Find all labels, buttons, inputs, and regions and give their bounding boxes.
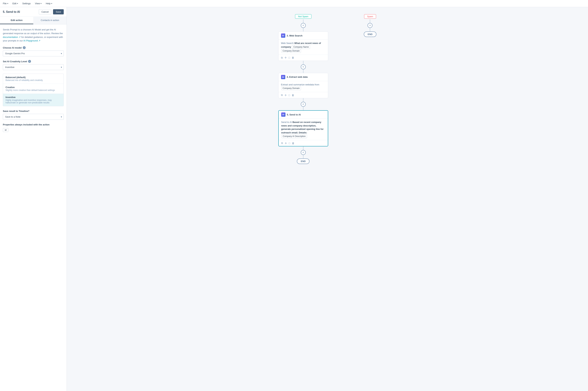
delete-icon[interactable]: 🗑 — [292, 56, 294, 59]
card-body-3: Web Search What are recent news of compa… — [278, 40, 328, 55]
tag-company-name: Company Name — [292, 45, 310, 49]
not-spam-branch: Not Spam + AI 3. Web Search Web Search W… — [278, 14, 328, 164]
add-button-between-4-5[interactable]: + — [301, 102, 306, 107]
not-spam-label: Not Spam — [295, 14, 311, 19]
tag-company-domain-4: Company Domain — [281, 86, 301, 90]
tab-contacts-in-action[interactable]: Contacts in action — [33, 17, 67, 24]
copy-icon[interactable]: ⧉ — [281, 56, 283, 59]
add-button-spam[interactable]: + — [367, 23, 372, 28]
add-button-not-spam[interactable]: + — [301, 23, 306, 28]
creativity-select-wrapper: Inventive ▾ — [3, 64, 64, 70]
end-node-spam: END — [364, 31, 376, 37]
delete-icon-5[interactable]: 🗑 — [292, 142, 294, 145]
chevron-down-icon: ▾ — [17, 2, 18, 4]
duplicate-icon-4[interactable]: □ — [288, 94, 290, 97]
card-header-4: AI 4. Extract web data — [278, 73, 328, 81]
tab-bar: Edit action Contacts in action — [0, 17, 67, 24]
menu-edit[interactable]: Edit ▾ — [12, 2, 18, 5]
card-title-4: 4. Extract web data — [287, 76, 308, 78]
copy-icon-4[interactable]: ⧉ — [281, 94, 283, 97]
connector-line — [370, 19, 370, 23]
ai-icon-5: AI — [281, 112, 285, 117]
save-result-select-wrapper: Save to a Note ▾ — [3, 114, 64, 120]
card-send-to-ai: AI 5. Send to AI Send to AI Based on rec… — [278, 110, 328, 146]
option-inventive[interactable]: Inventive Highly imaginative and inventi… — [3, 94, 64, 106]
connector-line — [303, 61, 303, 64]
properties-section: Properties always included with the acti… — [3, 123, 64, 133]
move-icon-4[interactable]: ✛ — [285, 94, 287, 97]
playground-link[interactable]: AI Playground ↗ — [23, 39, 40, 42]
main-layout: 5. Send to AI Cancel Save Edit action Co… — [0, 7, 588, 391]
panel-actions: Cancel Save — [39, 9, 64, 14]
doc-link[interactable]: documentation ↗ — [3, 36, 21, 38]
ai-icon-4: AI — [281, 75, 285, 79]
delete-icon-4[interactable]: 🗑 — [292, 94, 294, 97]
duplicate-icon[interactable]: □ — [288, 56, 290, 59]
card-web-search: AI 3. Web Search Web Search What are rec… — [278, 31, 328, 61]
card-actions-4: ⧉ ✛ □ 🗑 — [278, 92, 328, 98]
connector-line — [303, 107, 303, 110]
property-tag-id: id — [3, 128, 8, 132]
card-actions-5: ⧉ ✛ □ 🗑 — [279, 140, 328, 146]
panel-title: 5. Send to AI — [3, 10, 20, 13]
properties-label: Properties always included with the acti… — [3, 123, 64, 126]
connector-line — [370, 28, 370, 31]
menu-settings[interactable]: Settings — [22, 2, 31, 5]
card-header-5: AI 5. Send to AI — [279, 111, 328, 119]
spam-label: Spam — [364, 14, 376, 19]
duplicate-icon-5[interactable]: □ — [289, 142, 290, 145]
connector-line — [303, 19, 303, 23]
panel-content: Sends Prompt to a choosen AI Model and g… — [0, 24, 67, 391]
end-node-bottom: END — [297, 159, 310, 164]
add-button-between-3-4[interactable]: + — [301, 64, 306, 69]
card-body-5: Send to AI Based on recent company news … — [279, 119, 328, 140]
option-creative[interactable]: Creative Slightly more creative than def… — [3, 84, 64, 94]
card-title-3: 3. Web Search — [287, 34, 303, 37]
option-balanced[interactable]: Balanced (default) Balanced mix of relia… — [3, 74, 64, 84]
ai-icon-3: AI — [281, 33, 285, 38]
spam-branch: Spam + END — [364, 14, 376, 164]
copy-icon-5[interactable]: ⧉ — [281, 142, 283, 145]
menu-file[interactable]: File ▾ — [3, 2, 8, 5]
description-text: Sends Prompt to a choosen AI Model and g… — [3, 28, 64, 43]
move-icon-5[interactable]: ✛ — [285, 142, 287, 145]
menu-view[interactable]: View ▾ — [35, 2, 41, 5]
card-extract-web-data: AI 4. Extract web data Extract and summa… — [278, 73, 328, 98]
card-title-5: 5. Send to AI — [287, 113, 301, 116]
connector-line — [303, 98, 303, 102]
help-icon-creativity[interactable]: i — [28, 60, 31, 63]
menu-help[interactable]: Help ▾ — [46, 2, 52, 5]
tag-company-domain: Company Domain — [281, 49, 301, 53]
creativity-select[interactable]: Inventive — [3, 64, 64, 70]
tab-edit-action[interactable]: Edit action — [0, 17, 33, 24]
tag-company-ai-desc: Company AI Description — [282, 134, 307, 138]
save-button[interactable]: Save — [53, 9, 64, 14]
ai-model-label: Choose AI model i — [3, 46, 64, 49]
chevron-down-icon: ▾ — [7, 2, 8, 4]
ai-model-select[interactable]: Google Gemini Pro — [3, 51, 64, 56]
save-result-label: Save result to Timeline? — [3, 110, 64, 112]
ai-model-select-wrapper: Google Gemini Pro ▾ — [3, 51, 64, 56]
chevron-down-icon: ▾ — [51, 2, 52, 4]
connector-line — [303, 69, 303, 73]
card-actions-3: ⧉ ✛ □ 🗑 — [278, 55, 328, 61]
card-header-3: AI 3. Web Search — [278, 32, 328, 40]
creativity-label: Set AI Creativity Level i — [3, 60, 64, 63]
connector-line — [303, 146, 303, 150]
add-button-end[interactable]: + — [301, 150, 306, 155]
left-panel: 5. Send to AI Cancel Save Edit action Co… — [0, 7, 67, 391]
properties-tags: id — [3, 127, 64, 133]
connector-line — [303, 28, 303, 31]
save-result-select[interactable]: Save to a Note — [3, 114, 64, 120]
help-icon[interactable]: i — [23, 46, 26, 49]
chevron-down-icon: ▾ — [41, 2, 41, 4]
menubar: File ▾ Edit ▾ Settings View ▾ Help ▾ — [0, 0, 588, 7]
panel-title-row: 5. Send to AI Cancel Save — [0, 7, 67, 17]
creativity-dropdown-options: Balanced (default) Balanced mix of relia… — [3, 74, 64, 106]
connector-line — [303, 155, 303, 159]
move-icon[interactable]: ✛ — [285, 56, 287, 59]
cancel-button[interactable]: Cancel — [39, 9, 51, 14]
canvas: Not Spam + AI 3. Web Search Web Search W… — [67, 7, 588, 391]
card-body-4: Extract and summarize webdata from Compa… — [278, 81, 328, 92]
top-branch: Not Spam + AI 3. Web Search Web Search W… — [278, 14, 376, 164]
